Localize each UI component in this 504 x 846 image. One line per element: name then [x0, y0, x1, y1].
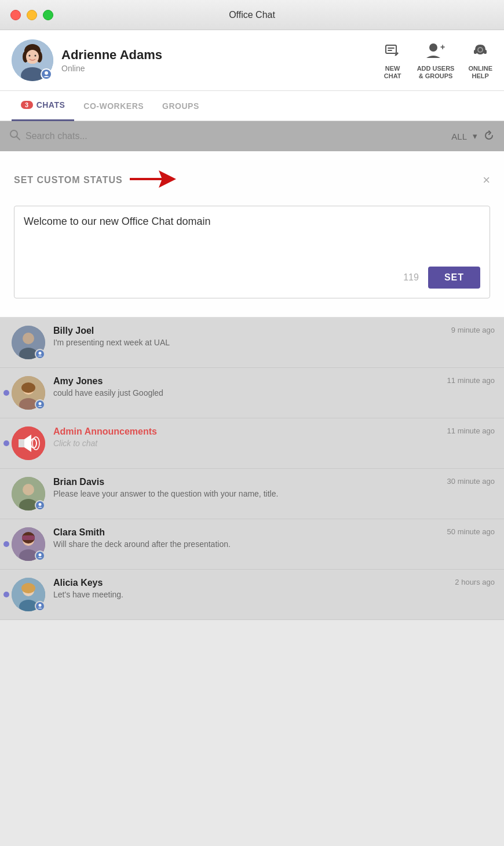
char-count: 119: [403, 272, 419, 283]
online-badge-alicia: [35, 601, 45, 611]
modal-footer: 119 SET: [24, 267, 480, 289]
message-preview: Please leave your answer to the question…: [53, 489, 439, 498]
online-badge-clara: [35, 550, 45, 561]
svg-point-7: [29, 55, 31, 57]
contact-name: Clara Smith: [53, 527, 439, 538]
new-chat-label: NEWCHAT: [384, 65, 401, 80]
close-modal-button[interactable]: ×: [483, 173, 490, 188]
close-button[interactable]: [10, 10, 21, 20]
search-input-placeholder[interactable]: Search chats...: [25, 131, 87, 141]
unread-indicator: [3, 541, 9, 547]
chat-avatar: [12, 426, 45, 460]
contact-name: Admin Announcements: [53, 426, 439, 437]
tab-coworkers-label: CO-WORKERS: [83, 101, 144, 111]
svg-point-45: [39, 553, 42, 556]
message-preview: Will share the deck around after the pre…: [53, 539, 439, 549]
svg-point-37: [23, 484, 34, 495]
search-icon: [9, 129, 21, 143]
contact-name: Amy Jones: [53, 376, 439, 386]
add-users-icon: +: [425, 41, 446, 61]
list-item[interactable]: Billy Joel I'm presenting next week at U…: [0, 318, 504, 368]
header-actions: NEWCHAT + ADD USERS& GROUPS: [382, 41, 492, 80]
online-badge-amy: [35, 399, 45, 410]
message-time: 30 minute ago: [447, 477, 495, 486]
search-left: Search chats...: [9, 129, 87, 143]
svg-rect-11: [386, 45, 396, 53]
svg-point-13: [430, 44, 437, 51]
search-filter[interactable]: ALL ▾: [451, 130, 495, 143]
svg-point-39: [39, 503, 42, 506]
svg-point-26: [39, 352, 42, 355]
chat-meta: 11 minute ago: [447, 426, 495, 435]
list-item[interactable]: Clara Smith Will share the deck around a…: [0, 519, 504, 570]
red-arrow-icon: [130, 167, 176, 193]
app-title: Office Chat: [229, 10, 275, 20]
traffic-lights: [10, 10, 53, 20]
chats-badge: 3: [21, 101, 33, 109]
chat-info: Clara Smith Will share the deck around a…: [53, 527, 439, 549]
svg-text:+: +: [440, 42, 445, 52]
tab-chats[interactable]: 3 CHATS: [12, 91, 74, 121]
search-bar: Search chats... ALL ▾: [0, 121, 504, 151]
headset-icon: [470, 41, 491, 61]
modal-title: SET CUSTOM STATUS: [14, 175, 123, 185]
message-time: 9 minute ago: [451, 326, 495, 334]
filter-label: ALL: [451, 132, 467, 141]
message-preview: could have easily just Googled: [53, 388, 439, 398]
user-status: Online: [61, 64, 162, 73]
tab-groups-label: GROUPS: [162, 101, 199, 111]
chat-meta: 9 minute ago: [451, 326, 495, 334]
new-chat-button[interactable]: NEWCHAT: [382, 41, 403, 80]
online-badge-billy: [35, 349, 45, 359]
list-item[interactable]: Alicia Keys Let's have meeting. 2 hours …: [0, 570, 504, 620]
chat-info: Brian Davis Please leave your answer to …: [53, 477, 439, 498]
svg-rect-17: [484, 50, 487, 54]
chat-list: Billy Joel I'm presenting next week at U…: [0, 318, 504, 620]
unread-indicator: [3, 592, 9, 597]
svg-marker-22: [130, 170, 176, 188]
chat-meta: 50 minute ago: [447, 527, 495, 536]
contact-name: Brian Davis: [53, 477, 439, 487]
refresh-icon[interactable]: [483, 130, 495, 143]
svg-point-19: [479, 48, 482, 52]
maximize-button[interactable]: [43, 10, 53, 20]
contact-name: Billy Joel: [53, 326, 443, 336]
list-item[interactable]: Amy Jones could have easily just Googled…: [0, 368, 504, 418]
list-item[interactable]: Brian Davis Please leave your answer to …: [0, 469, 504, 519]
svg-point-29: [21, 382, 35, 393]
title-bar: Office Chat: [0, 0, 504, 30]
tab-coworkers[interactable]: CO-WORKERS: [74, 91, 153, 121]
online-help-button[interactable]: ONLINEHELP: [468, 41, 492, 80]
tab-groups[interactable]: GROUPS: [153, 91, 209, 121]
user-details: Adrienne Adams Online: [61, 48, 162, 73]
chat-info: Billy Joel I'm presenting next week at U…: [53, 326, 443, 347]
message-time: 11 minute ago: [447, 376, 495, 385]
unread-indicator: [3, 440, 9, 446]
add-users-label: ADD USERS& GROUPS: [417, 65, 455, 80]
svg-point-48: [21, 583, 35, 593]
unread-indicator: [3, 390, 9, 396]
contact-name: Alicia Keys: [53, 578, 447, 588]
svg-point-8: [35, 55, 36, 57]
svg-point-10: [45, 71, 48, 75]
svg-rect-33: [19, 439, 24, 447]
chat-meta: 11 minute ago: [447, 376, 495, 385]
tabs-bar: 3 CHATS CO-WORKERS GROUPS: [0, 91, 504, 121]
list-item[interactable]: Admin Announcements Click to chat 11 min…: [0, 418, 504, 469]
message-preview: Click to chat: [53, 439, 439, 448]
app-header: Adrienne Adams Online NEWCHAT: [0, 30, 504, 91]
avatar-admin-announcements: [12, 426, 45, 460]
svg-point-24: [23, 333, 34, 344]
online-badge-brian: [35, 500, 45, 510]
add-users-button[interactable]: + ADD USERS& GROUPS: [417, 41, 455, 80]
chat-info: Alicia Keys Let's have meeting.: [53, 578, 447, 599]
set-status-button[interactable]: SET: [428, 267, 480, 289]
chat-avatar: [12, 527, 45, 561]
custom-status-input[interactable]: Welcome to our new Office Chat domain: [24, 216, 480, 262]
message-time: 11 minute ago: [447, 426, 495, 435]
minimize-button[interactable]: [27, 10, 37, 20]
chat-meta: 2 hours ago: [455, 578, 495, 586]
chevron-down-icon: ▾: [473, 131, 477, 141]
modal-input-area: Welcome to our new Office Chat domain 11…: [14, 206, 490, 298]
modal-title-row: SET CUSTOM STATUS: [14, 167, 176, 193]
